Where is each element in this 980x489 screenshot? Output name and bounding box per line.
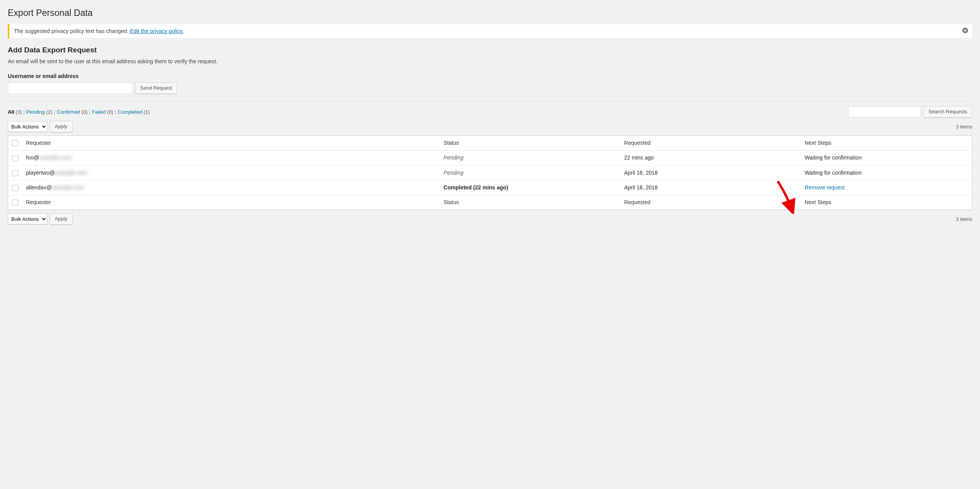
divider [8, 101, 972, 101]
filter-confirmed[interactable]: Confirmed [57, 109, 82, 115]
search-requests-button[interactable]: Search Requests [923, 106, 972, 118]
status-filter-links: All (3)|Pending (2)|Confirmed (0)|Failed… [8, 109, 150, 115]
row-checkbox[interactable] [12, 155, 18, 161]
notice-text: The suggested privacy policy text has ch… [14, 28, 130, 34]
redacted-text: example.com [55, 170, 87, 176]
apply-button-top[interactable]: Apply [50, 121, 73, 132]
filter-count: (2) [46, 109, 52, 115]
col-status[interactable]: Status [440, 136, 620, 151]
filter-failed[interactable]: Failed [92, 109, 107, 115]
select-all-bottom[interactable] [12, 199, 18, 206]
cell-status: Pending [440, 151, 620, 165]
remove-request-link[interactable]: Remove request [805, 184, 845, 191]
redacted-text: example.com [39, 154, 71, 161]
col-status-foot[interactable]: Status [440, 195, 620, 210]
apply-button-bottom[interactable]: Apply [50, 213, 73, 225]
close-icon [962, 28, 968, 34]
col-requester-foot[interactable]: Requester [22, 195, 440, 210]
col-next-steps-foot[interactable]: Next Steps [801, 195, 972, 210]
col-requested[interactable]: Requested [620, 136, 801, 151]
search-requests-input[interactable] [848, 106, 921, 117]
bulk-actions-select-top[interactable]: Bulk Actions [8, 121, 47, 132]
filter-count: (0) [107, 109, 113, 115]
cell-requested: April 16, 2018 [620, 165, 801, 180]
items-count-bottom: 3 items [956, 216, 972, 222]
cell-requester: foo@example.com [22, 151, 440, 165]
edit-privacy-policy-link[interactable]: Edit the privacy policy. [130, 28, 184, 34]
cell-requester: allendav@example.com [22, 180, 440, 195]
cell-status: Completed (22 mins ago) [440, 180, 620, 195]
admin-notice: The suggested privacy policy text has ch… [8, 24, 972, 38]
cell-next-steps: Remove request [801, 180, 972, 195]
row-checkbox[interactable] [12, 170, 18, 176]
send-request-button[interactable]: Send Request [135, 82, 177, 94]
col-requester[interactable]: Requester [22, 136, 440, 151]
cell-next-steps: Waiting for confirmation [801, 151, 972, 165]
items-count-top: 3 items [956, 124, 972, 130]
cell-status: Pending [440, 165, 620, 180]
row-checkbox[interactable] [12, 185, 18, 191]
cell-requested: 22 mins ago [620, 151, 801, 165]
table-row: playertwo@example.comPendingApril 16, 20… [8, 165, 972, 180]
add-request-heading: Add Data Export Request [8, 46, 972, 54]
select-all-top[interactable] [12, 140, 18, 146]
col-requested-foot[interactable]: Requested [620, 195, 801, 210]
filter-count: (3) [16, 109, 22, 115]
dismiss-notice-button[interactable] [962, 28, 968, 35]
filter-count: (1) [144, 109, 150, 115]
page-title: Export Personal Data [8, 8, 972, 18]
requests-table: Requester Status Requested Next Steps fo… [8, 135, 972, 210]
filter-count: (0) [82, 109, 88, 115]
filter-pending[interactable]: Pending [26, 109, 46, 115]
filter-completed[interactable]: Completed [118, 109, 143, 115]
username-email-label: Username or email address [8, 73, 972, 79]
col-next-steps[interactable]: Next Steps [801, 136, 972, 151]
add-request-description: An email will be sent to the user at thi… [8, 58, 972, 64]
cell-requester: playertwo@example.com [22, 165, 440, 180]
username-email-input[interactable] [8, 82, 133, 94]
bulk-actions-select-bottom[interactable]: Bulk Actions [8, 213, 47, 224]
table-row: allendav@example.comCompleted (22 mins a… [8, 180, 972, 195]
filter-all[interactable]: All [8, 109, 16, 115]
redacted-text: example.com [52, 184, 84, 191]
table-row: foo@example.comPending22 mins agoWaiting… [8, 151, 972, 165]
cell-requested: April 16, 2018 [620, 180, 801, 195]
cell-next-steps: Waiting for confirmation [801, 165, 972, 180]
